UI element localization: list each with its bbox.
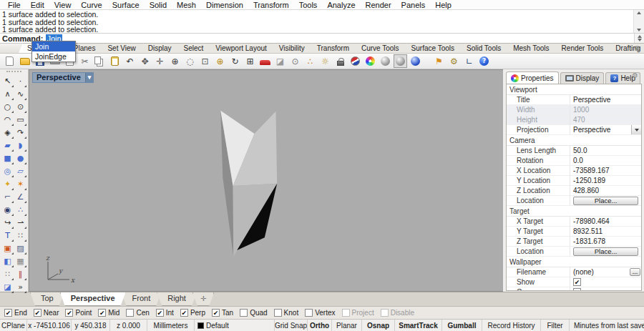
osnap-item[interactable]: Knot: [274, 309, 299, 317]
rendered-view-icon[interactable]: [409, 54, 422, 68]
object-properties-icon[interactable]: [364, 54, 377, 68]
curve-from-object-icon[interactable]: ↷: [14, 127, 27, 139]
osnap-checkbox[interactable]: [156, 309, 164, 317]
plane-icon[interactable]: ▱: [14, 165, 27, 178]
status-pane[interactable]: Planar: [332, 320, 362, 331]
layers-icon[interactable]: [348, 54, 362, 68]
viewport-tab[interactable]: Right: [157, 292, 197, 306]
cut-icon[interactable]: ✂: [78, 54, 92, 68]
history-path-icon[interactable]: ∟: [462, 54, 476, 68]
box-icon[interactable]: ■: [1, 152, 14, 165]
ghosted-view-icon[interactable]: [394, 54, 407, 68]
block-icon[interactable]: ▣: [1, 242, 14, 255]
menu-item[interactable]: Panels: [396, 1, 431, 9]
place-button[interactable]: Place...: [573, 247, 638, 256]
named-view-icon[interactable]: [258, 54, 272, 68]
osnap-checkbox[interactable]: [212, 309, 220, 317]
pipe-icon[interactable]: ‖: [14, 268, 27, 281]
torus-icon[interactable]: ◎: [1, 165, 14, 178]
toolbar-tab[interactable]: Curve Tools: [353, 43, 408, 53]
menu-item[interactable]: Tools: [294, 1, 323, 9]
scroll-down-icon[interactable]: [637, 29, 641, 31]
pan-icon[interactable]: ✥: [138, 54, 152, 68]
surface-icon[interactable]: ▰: [1, 139, 14, 152]
cplane-icon[interactable]: ⊙: [288, 54, 302, 68]
layer-state-icon[interactable]: ∴: [303, 54, 317, 68]
property-value[interactable]: (none): [573, 268, 594, 276]
status-pane[interactable]: Grid Snap: [275, 320, 308, 331]
menu-item[interactable]: Render: [361, 1, 396, 9]
osnap-checkbox[interactable]: [180, 309, 188, 317]
status-pane[interactable]: CPlane: [0, 320, 27, 331]
autocomplete-item[interactable]: Join: [32, 41, 75, 51]
array-icon[interactable]: ▦: [14, 255, 27, 268]
new-file-icon[interactable]: [3, 54, 16, 68]
perspective-viewport[interactable]: Perspective ▾ z x y: [29, 69, 503, 292]
lock-icon[interactable]: [333, 54, 347, 68]
osnap-item[interactable]: Int: [156, 309, 174, 317]
rectangle-icon[interactable]: ▭: [14, 114, 27, 127]
hatch-icon[interactable]: ▨: [14, 242, 27, 255]
property-value[interactable]: 0.0: [573, 157, 583, 164]
property-value[interactable]: 470: [573, 116, 585, 124]
history-scrollbar[interactable]: [633, 10, 644, 33]
undo-icon[interactable]: ↶: [123, 54, 137, 68]
sphere-icon[interactable]: ●: [14, 152, 27, 165]
status-pane[interactable]: SmartTrack: [395, 320, 442, 331]
browse-button[interactable]: ...: [630, 268, 640, 276]
3d-object[interactable]: [29, 70, 503, 291]
boolean-difference-icon[interactable]: ◉: [1, 204, 14, 217]
menu-item[interactable]: Dimension: [201, 1, 248, 9]
flag-icon[interactable]: ⚑: [432, 54, 446, 68]
point-icon[interactable]: ·: [14, 75, 27, 88]
menu-item[interactable]: Mesh: [172, 1, 201, 9]
sweep-icon[interactable]: ◗: [14, 139, 27, 152]
help-icon[interactable]: ?: [477, 54, 491, 68]
osnap-item[interactable]: Near: [34, 309, 59, 317]
notes-icon[interactable]: ◪: [1, 281, 14, 294]
zoom-icon[interactable]: ⊕: [168, 54, 182, 68]
select-icon[interactable]: ↖: [1, 75, 14, 88]
status-pane[interactable]: Filter: [541, 320, 570, 331]
toolbar-tab[interactable]: Select: [175, 43, 213, 53]
grid-icon[interactable]: ∷: [1, 268, 14, 281]
ellipse-icon[interactable]: ⊙: [14, 101, 27, 114]
autocomplete-item[interactable]: JoinEdge: [32, 51, 75, 61]
show-objects-icon[interactable]: ☼: [318, 54, 332, 68]
osnap-item[interactable]: Tan: [212, 309, 233, 317]
toolbar-tab[interactable]: Transform: [308, 43, 358, 53]
toolbar-tab[interactable]: Display: [140, 43, 180, 53]
property-value[interactable]: 8932.511: [573, 227, 602, 235]
dropdown-arrow-icon[interactable]: [631, 125, 641, 134]
toolbar-grip[interactable]: [6, 71, 21, 74]
extend-curve-icon[interactable]: ⇀: [14, 217, 27, 229]
viewport-tab[interactable]: Front: [122, 292, 162, 306]
edit-points-icon[interactable]: ∷: [14, 229, 27, 242]
osnap-item[interactable]: Disable: [381, 309, 414, 317]
viewport-menu-arrow-icon[interactable]: ▾: [85, 73, 94, 82]
solid-tools-icon[interactable]: ◧: [1, 255, 14, 268]
toolbar-tab[interactable]: Solid Tools: [458, 43, 509, 53]
viewport-layout-icon[interactable]: ⊞: [243, 54, 257, 68]
zoom-window-icon[interactable]: ⊡: [198, 54, 212, 68]
zoom-dynamic-icon[interactable]: ◌: [183, 54, 197, 68]
place-button[interactable]: Place...: [573, 197, 638, 205]
toolbar-tab[interactable]: Set View: [99, 43, 144, 53]
command-line[interactable]: Command: Join: [0, 34, 644, 44]
point-cloud-icon[interactable]: ∴: [14, 204, 27, 217]
status-pane[interactable]: Default: [195, 320, 275, 331]
shaded-view-icon[interactable]: [379, 54, 392, 68]
property-value[interactable]: -1250.189: [573, 177, 605, 184]
menu-item[interactable]: Analyze: [322, 1, 360, 9]
status-pane[interactable]: z 0.000: [110, 320, 147, 331]
osnap-checkbox[interactable]: [98, 309, 106, 317]
fillet-edge-icon[interactable]: ⌐: [1, 191, 14, 204]
text-icon[interactable]: T: [1, 229, 14, 242]
curve-fillet-icon[interactable]: ↪: [1, 217, 14, 229]
status-pane[interactable]: Ortho: [308, 320, 332, 331]
polygon-icon[interactable]: ◈: [1, 127, 14, 139]
menu-item[interactable]: Help: [430, 1, 457, 9]
menu-item[interactable]: Transform: [248, 1, 294, 9]
visibility-icon[interactable]: ◪: [273, 54, 287, 68]
status-pane[interactable]: Osnap: [362, 320, 395, 331]
